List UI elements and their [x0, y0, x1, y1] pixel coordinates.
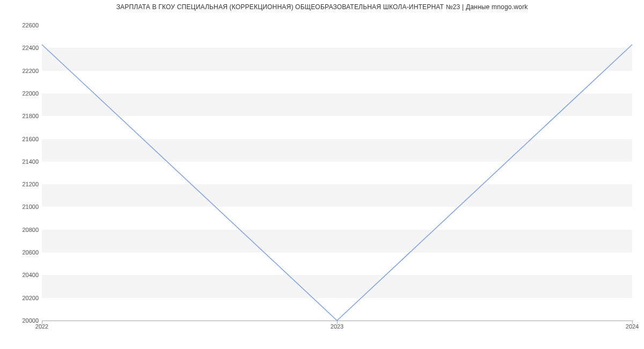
y-tick-label: 20400 [6, 272, 39, 278]
y-tick-label: 22400 [6, 45, 39, 51]
x-tick-label: 2023 [331, 323, 343, 330]
y-tick-label: 22600 [6, 22, 39, 28]
y-tick-label: 21200 [6, 181, 39, 187]
y-tick-label: 21800 [6, 113, 39, 119]
y-tick-label: 21400 [6, 158, 39, 165]
line-series [42, 25, 632, 321]
x-tick-label: 2024 [626, 323, 639, 330]
x-tick-mark [42, 321, 42, 324]
y-tick-label: 20800 [6, 227, 39, 233]
y-tick-label: 20600 [6, 249, 39, 256]
y-tick-label: 20000 [6, 317, 39, 324]
x-tick-mark [337, 321, 338, 324]
series-line [42, 45, 632, 321]
y-tick-label: 22200 [6, 68, 39, 74]
chart-container: ЗАРПЛАТА В ГКОУ СПЕЦИАЛЬНАЯ (КОРРЕКЦИОНН… [0, 0, 644, 349]
y-tick-label: 21000 [6, 203, 39, 210]
y-tick-label: 21600 [6, 136, 39, 142]
x-tick-mark [632, 321, 633, 324]
x-tick-label: 2022 [35, 323, 48, 330]
plot-area [42, 25, 632, 321]
chart-title: ЗАРПЛАТА В ГКОУ СПЕЦИАЛЬНАЯ (КОРРЕКЦИОНН… [0, 3, 644, 11]
y-tick-label: 22000 [6, 90, 39, 97]
y-tick-label: 20200 [6, 295, 39, 301]
